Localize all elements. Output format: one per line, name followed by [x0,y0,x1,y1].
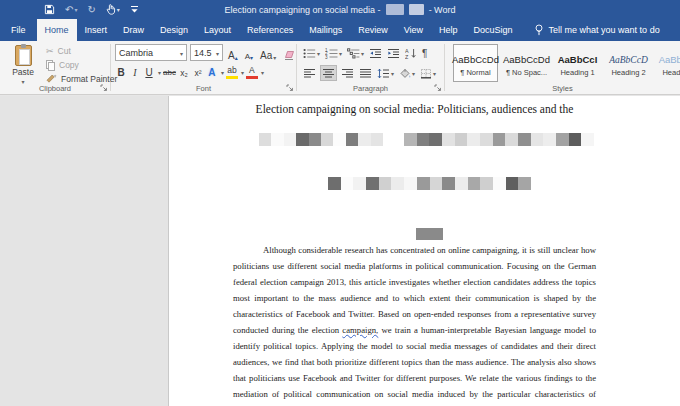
save-icon [44,4,55,15]
tab-strip: File HomeInsertDrawDesignLayoutReference… [0,19,680,41]
highlight-label: ab [227,66,236,75]
paragraph-group: ▾ 123 ▾ ▾ AZ [297,41,444,94]
show-hide-marks-button[interactable] [421,45,428,61]
justify-button[interactable] [358,65,373,81]
abstract-paragraph[interactable]: Although considerable research has conce… [233,242,596,406]
font-family-dropdown-icon [180,48,183,58]
change-case-button[interactable]: Aa▾ [258,45,278,61]
superscript-button[interactable]: x² [192,68,204,78]
borders-dropdown: ▾ [433,70,436,77]
subscript-button[interactable]: x₂ [178,68,190,78]
sort-button[interactable]: AZ [404,45,418,61]
line-spacing-button[interactable]: ▾ [376,65,395,81]
paragraph-dialog-launcher[interactable] [433,83,442,92]
tab-design[interactable]: Design [152,19,196,41]
font-row-2: B I U ▾ abc x₂ x² A ▾ ab ▾ A ▾ [115,64,264,81]
document-area: Election campaigning on social media: Po… [0,96,680,406]
dialog-launcher-icon [286,84,294,92]
touch-mode-dropdown[interactable]: ▾ [117,7,120,13]
tab-mailings[interactable]: Mailings [301,19,350,41]
grow-font-button[interactable]: A▴ [226,45,240,61]
clipboard-group-label: Clipboard [0,84,110,93]
align-right-button[interactable] [340,65,355,81]
touch-mode-icon [106,4,116,15]
save-button[interactable] [44,3,55,16]
tab-help[interactable]: Help [431,19,466,41]
bullets-button[interactable]: ▾ [302,45,321,61]
paragraph-group-label: Paragraph [297,84,444,93]
clipboard-dialog-launcher[interactable] [99,83,108,92]
document-title[interactable]: Election campaigning on social media: Po… [233,102,596,116]
style-normal[interactable]: AaBbCcDd¶ Normal [453,44,498,82]
align-center-button[interactable] [320,65,337,81]
tab-file[interactable]: File [0,19,37,41]
font-family-select[interactable]: Cambria [115,44,187,61]
font-color-button[interactable]: A [246,66,258,79]
tab-insert[interactable]: Insert [77,19,116,41]
format-painter-icon [46,74,57,85]
multilevel-list-icon [347,48,360,59]
style-no-spac[interactable]: AaBbCcDd¶ No Spac... [504,44,549,82]
style-heading-3[interactable]: AaBbCcDHeading 3 [657,44,680,82]
font-color-bar [246,76,258,79]
redacted-title-segment [409,4,424,15]
paint-bucket-icon [399,68,411,79]
clear-formatting-button[interactable] [281,45,298,61]
tab-layout[interactable]: Layout [196,19,239,41]
style-name: ¶ Normal [460,68,490,77]
bold-button[interactable]: B [115,67,127,78]
highlight-button[interactable]: ab [226,66,238,79]
cut-button[interactable]: ✂Cut [46,45,117,57]
redo-button[interactable] [87,3,95,16]
style-heading-2[interactable]: AaBbCcDHeading 2 [606,44,651,82]
copy-label: Copy [59,60,79,70]
format-painter-label: Format Painter [61,74,117,84]
undo-button[interactable]: ▾ [65,3,77,16]
document-page[interactable]: Election campaigning on social media: Po… [168,96,680,406]
touch-mouse-mode-button[interactable]: ▾ [106,3,120,16]
customize-qat-button[interactable] [130,3,139,16]
grammar-flagged-word[interactable]: campaign, [342,325,378,335]
shading-button[interactable]: ▾ [398,65,416,81]
line-spacing-icon [377,68,390,79]
increase-indent-button[interactable] [386,45,401,61]
tab-home[interactable]: Home [37,19,77,41]
decrease-indent-button[interactable] [368,45,383,61]
tab-draw[interactable]: Draw [115,19,152,41]
tellme[interactable]: Tell me what you want to do [525,19,669,41]
numbering-button[interactable]: 123 ▾ [324,45,343,61]
highlight-color-bar [226,76,238,79]
tab-review[interactable]: Review [350,19,396,41]
text-effects-button[interactable]: A [206,67,218,78]
font-dialog-launcher[interactable] [285,83,294,92]
undo-dropdown[interactable]: ▾ [74,7,77,13]
italic-button[interactable]: I [129,67,141,78]
clipboard-group: Paste ✂Cut Copy Format Painter Clipboard [0,41,110,94]
borders-button[interactable]: ▾ [419,65,437,81]
align-left-button[interactable] [302,65,317,81]
eraser-icon [283,50,296,61]
strikethrough-button[interactable]: abc [163,68,176,77]
tab-view[interactable]: View [396,19,431,41]
tab-docusign[interactable]: DocuSign [466,19,521,41]
style-name: Heading 3 [662,68,680,77]
font-color-dropdown[interactable]: ▾ [261,69,264,76]
text-effects-dropdown[interactable]: ▾ [221,69,224,76]
style-heading-1[interactable]: AaBbCcIHeading 1 [555,44,600,82]
lightbulb-icon [534,24,544,36]
multilevel-list-button[interactable]: ▾ [346,45,365,61]
copy-button[interactable]: Copy [46,59,117,71]
style-name: Heading 2 [611,68,645,77]
justify-icon [359,68,372,79]
tab-references[interactable]: References [239,19,301,41]
underline-dropdown[interactable]: ▾ [158,69,161,76]
customize-qat-icon [130,5,139,14]
paste-button[interactable]: Paste [3,44,43,88]
shrink-font-button[interactable]: A▾ [243,45,255,61]
underline-button[interactable]: U [143,67,155,78]
paste-clipboard-icon [15,45,32,66]
highlight-dropdown[interactable]: ▾ [241,69,244,76]
tellme-label: Tell me what you want to do [549,25,660,35]
font-group-label: Font [111,84,296,93]
font-size-select[interactable]: 14.5 [190,44,223,61]
